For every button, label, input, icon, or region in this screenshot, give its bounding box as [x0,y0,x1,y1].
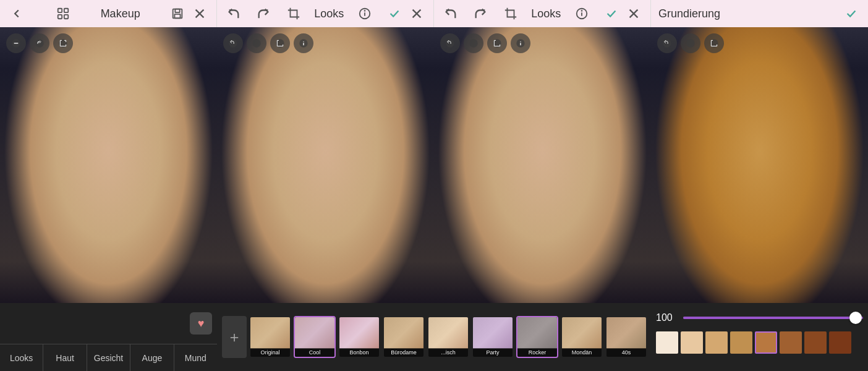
look-item-burodame[interactable]: Bürodame [383,316,425,358]
image-panel-2 [217,27,434,303]
tab-bar: Looks Haut Gesicht Auge Mund [0,344,217,371]
topbar-section-3: Looks [434,0,651,27]
svg-point-24 [252,39,260,47]
look-face-isch [428,317,468,349]
undo-button-3[interactable] [441,4,460,23]
tab-auge[interactable]: Auge [130,344,174,371]
section2-actions [385,4,426,23]
svg-point-11 [364,11,365,11]
svg-rect-5 [175,9,179,13]
crop-icon-2[interactable] [284,4,303,23]
heart-button[interactable]: ♥ [190,312,212,335]
color-swatch-s5[interactable] [755,331,777,354]
look-label-burodame: Bürodame [384,348,423,357]
look-label-cool: Cool [295,348,334,357]
look-item-isch[interactable]: ...isch [427,316,469,358]
look-label-mondan: Mondän [562,348,602,357]
section3-title: Looks [531,7,561,20]
color-swatch-s7[interactable] [804,331,827,354]
look-item-original[interactable]: Original [249,316,291,358]
svg-rect-0 [58,9,62,12]
panel4-redo-btn[interactable] [681,33,700,53]
topbar-section-4: Grundierung [651,0,868,27]
panel1-crop-btn[interactable] [53,33,73,53]
look-face-burodame [384,317,423,349]
look-item-bonbon[interactable]: Bonbon [338,316,380,358]
panel2-crop-btn[interactable] [270,33,290,53]
add-look-button[interactable]: ＋ [222,316,247,358]
svg-point-16 [581,11,582,11]
look-item-mondan[interactable]: Mondän [561,316,603,358]
look-label-original: Original [250,348,290,357]
panel1-redo-btn[interactable] [30,33,49,53]
panel3-redo-btn[interactable] [464,33,483,53]
slider-value: 100 [656,312,678,323]
panel4-undo-btn[interactable] [657,33,677,53]
svg-rect-2 [58,15,62,19]
panel3-info-btn[interactable] [511,33,530,53]
panel2-redo-btn[interactable] [247,33,266,53]
panel1-minus-btn[interactable] [6,33,26,53]
redo-button-3[interactable] [471,4,490,23]
top-bar: Makeup Looks [0,0,868,27]
color-swatches [656,331,863,356]
color-swatch-s8[interactable] [829,331,851,354]
undo-button-2[interactable] [224,4,243,23]
bottom-left-panel: ♥ Looks Haut Gesicht Auge Mund [0,303,217,371]
look-label-bonbon: Bonbon [339,348,379,357]
look-label-rocker: Rocker [517,348,557,357]
panel3-undo-btn[interactable] [440,33,460,53]
redo-button-2[interactable] [254,4,273,23]
tab-looks[interactable]: Looks [0,344,43,371]
panel3-controls [440,33,530,53]
panel4-crop-btn[interactable] [704,33,724,53]
look-face-bonbon [339,317,379,349]
close-button-2[interactable] [407,4,426,23]
topbar-section-2: Looks [217,0,434,27]
info-button-3[interactable] [572,4,591,23]
back-button[interactable] [7,4,26,23]
grid-icon[interactable] [54,4,72,23]
check-button-2[interactable] [385,4,404,23]
slider-track[interactable] [683,317,863,319]
color-swatch-s6[interactable] [780,331,802,354]
color-swatch-s1[interactable] [656,331,678,354]
tab-gesicht[interactable]: Gesicht [87,344,130,371]
main-content [0,27,868,303]
panel2-undo-btn[interactable] [223,33,243,53]
tab-mund[interactable]: Mund [174,344,217,371]
image-panel-4 [651,27,868,303]
slider-thumb[interactable] [849,312,862,324]
look-item-cool[interactable]: Cool [294,316,336,358]
svg-point-21 [35,39,43,47]
look-item-rocker[interactable]: Rocker [516,316,558,358]
look-item-pup[interactable]: Püp... [650,316,651,358]
info-button-2[interactable] [355,4,374,23]
close-button-3[interactable] [624,4,643,23]
look-label-40s: 40s [606,348,646,357]
look-face-rocker [517,317,557,349]
svg-point-27 [303,41,304,42]
color-swatch-s2[interactable] [681,331,703,354]
close-button-1[interactable] [190,4,209,23]
look-item-party[interactable]: Party [472,316,514,358]
panel2-info-btn[interactable] [294,33,313,53]
look-face-mondan [562,317,602,349]
looks-strip: ＋ OriginalCoolBonbonBürodame...ischParty… [217,303,651,371]
color-swatch-s4[interactable] [730,331,752,354]
svg-point-36 [686,39,694,47]
look-item-40s[interactable]: 40s [605,316,647,358]
check-button-4[interactable] [842,4,861,23]
panel3-crop-btn[interactable] [487,33,507,53]
face-image-4 [651,27,868,303]
crop-icon-3[interactable] [501,4,520,23]
check-button-3[interactable] [602,4,621,23]
slider-fill [683,317,863,319]
panel1-controls [6,33,73,53]
section1-title: Makeup [101,7,140,20]
tab-haut[interactable]: Haut [43,344,87,371]
look-label-isch: ...isch [428,348,468,357]
color-swatch-s3[interactable] [705,331,728,354]
svg-point-29 [446,39,454,47]
save-button[interactable] [168,4,187,23]
